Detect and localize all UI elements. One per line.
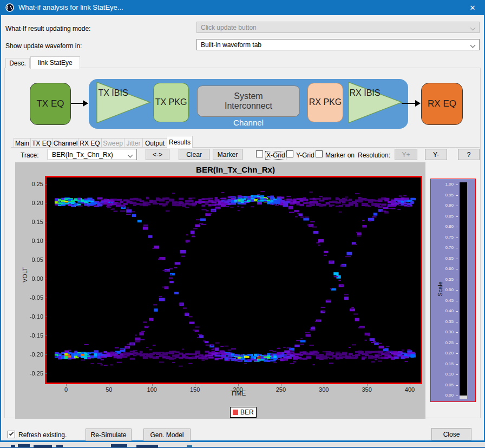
subtab-output[interactable]: Output: [142, 138, 167, 148]
scale-tick-mark: [456, 269, 458, 269]
eye-diagram-canvas: [47, 177, 421, 383]
diagram-block-tx-ibis: TX IBIS: [97, 88, 129, 98]
y-axis-title: VOLT: [22, 263, 28, 287]
trace-label: Trace:: [21, 151, 39, 159]
ygrid-checkbox[interactable]: [286, 150, 293, 157]
scale-panel: 1.000.950.900.850.800.750.700.650.600.55…: [430, 179, 476, 402]
scale-tick-label: 0.65: [435, 256, 454, 261]
scale-tick-label: 0.95: [435, 193, 454, 197]
x-tick-label: 400: [400, 386, 420, 393]
waveform-value: Built-in waveform tab: [201, 41, 261, 49]
marker-on-label[interactable]: Marker on: [325, 151, 355, 159]
x-tick-label: 50: [99, 386, 119, 393]
scale-tick-mark: [456, 206, 458, 206]
close-button[interactable]: Close: [431, 428, 471, 440]
refresh-existing-label[interactable]: Refresh existing.: [18, 431, 67, 439]
chevron-down-icon: [470, 25, 476, 31]
diagram-block-tx-eq: TX EQ: [30, 83, 71, 125]
xgrid-checkbox[interactable]: [256, 150, 263, 157]
subtab-sweep: Sweep: [101, 138, 124, 148]
window-title: What-if analysis for link StatEye...: [18, 3, 123, 11]
scale-tick-label: 0.30: [435, 330, 454, 334]
plot-panel: BER(In_Tx_Chn_Rx) VOLT 0.250.200.150.100…: [15, 162, 425, 419]
subtab-main[interactable]: Main: [14, 138, 31, 148]
marker-button[interactable]: Marker: [213, 149, 243, 160]
y-tick-label: 0.25: [24, 181, 43, 187]
x-tick-label: 300: [314, 386, 333, 393]
scale-tick-label: 0.75: [435, 235, 454, 240]
updating-mode-combobox: Click update button: [196, 22, 480, 33]
legend-swatch: [233, 410, 238, 415]
scale-tick-label: 0.05: [435, 383, 454, 387]
yplus-button: Y+: [395, 149, 417, 160]
resimulate-button[interactable]: Re-Simulate: [86, 429, 132, 441]
y-tick-label: -0.15: [24, 332, 43, 339]
swap-button[interactable]: <->: [146, 149, 169, 160]
scale-tick-label: 0.20: [435, 351, 454, 355]
diagram-block-system-interconnect: System Interconnect: [197, 85, 300, 117]
legend-label: BER: [240, 409, 254, 416]
app-icon: [5, 3, 15, 12]
y-tick-mark: [45, 260, 47, 260]
y-tick-mark: [45, 335, 47, 336]
y-tick-label: 0.15: [24, 219, 43, 225]
x-tick-label: 150: [185, 386, 205, 393]
waveform-label: Show update waveform in:: [5, 42, 82, 50]
scale-tick-label: 0.85: [435, 214, 454, 219]
scale-tick-mark: [456, 353, 458, 354]
y-tick-label: 0.00: [24, 275, 43, 282]
subtab-jitter: Jitter: [124, 138, 143, 148]
scale-tick-mark: [456, 227, 458, 227]
xgrid-label[interactable]: X-Grid: [265, 151, 286, 160]
scale-tick-mark: [456, 311, 458, 312]
subtab-rx-eq[interactable]: RX EQ: [78, 138, 102, 148]
channel-label: Channel: [89, 118, 408, 127]
y-tick-mark: [45, 279, 47, 279]
ygrid-label[interactable]: Y-Grid: [296, 151, 314, 159]
chevron-down-icon: [470, 43, 476, 48]
checkmark-icon: [9, 431, 14, 436]
x-tick-label: 0: [56, 386, 76, 393]
yminus-button[interactable]: Y-: [425, 149, 447, 160]
updating-mode-label: What-If result updating mode:: [5, 25, 90, 32]
diagram-block-rx-pkg: RX PKG: [307, 83, 343, 122]
subtab-channel[interactable]: Channel: [53, 138, 78, 148]
scale-tick-label: 1.00: [435, 182, 454, 187]
marker-on-checkbox[interactable]: [316, 150, 323, 157]
chevron-down-icon: [128, 153, 133, 158]
scale-tick-label: 0.80: [435, 224, 454, 229]
x-axis-title: TIME: [222, 390, 254, 397]
updating-mode-value: Click update button: [201, 24, 257, 31]
scale-tick-label: 0.60: [435, 266, 454, 271]
scale-tick-mark: [456, 343, 458, 344]
tab-link-stateye[interactable]: link StatEye: [30, 56, 80, 69]
scale-tick-mark: [456, 238, 458, 238]
x-tick-label: 250: [271, 386, 291, 393]
scale-axis-title: Scale: [437, 273, 444, 305]
scale-tick-mark: [456, 216, 458, 217]
clear-button[interactable]: Clear: [179, 149, 209, 160]
tab-desc[interactable]: Desc.: [5, 58, 30, 68]
scale-tick-label: 0.90: [435, 203, 454, 208]
y-tick-mark: [45, 203, 47, 203]
close-icon[interactable]: ✕: [460, 0, 485, 15]
background-window-sliver: [0, 442, 485, 448]
system-interconnect-label: System Interconnect: [213, 91, 284, 111]
y-tick-label: -0.25: [24, 370, 43, 377]
subtab-tx-eq[interactable]: TX EQ: [30, 138, 53, 148]
gen-model-button[interactable]: Gen. Model: [143, 429, 191, 441]
subtab-results[interactable]: Results: [167, 136, 193, 148]
diagram-block-rx-eq: RX EQ: [421, 83, 463, 125]
trace-combobox[interactable]: BER(In_Tx_Chn_Rx): [48, 149, 137, 160]
refresh-existing-checkbox[interactable]: [8, 431, 15, 438]
help-button[interactable]: ?: [458, 149, 480, 160]
y-tick-mark: [45, 298, 47, 298]
waveform-combobox[interactable]: Built-in waveform tab: [196, 39, 480, 50]
scale-tick-mark: [456, 185, 458, 185]
colorbar-zero-cap: [460, 396, 467, 399]
legend: BER: [230, 407, 257, 418]
scale-tick-label: 0.15: [435, 361, 454, 366]
scale-tick-mark: [456, 259, 458, 259]
y-tick-label: 0.20: [24, 200, 43, 206]
scale-tick-mark: [456, 332, 458, 333]
